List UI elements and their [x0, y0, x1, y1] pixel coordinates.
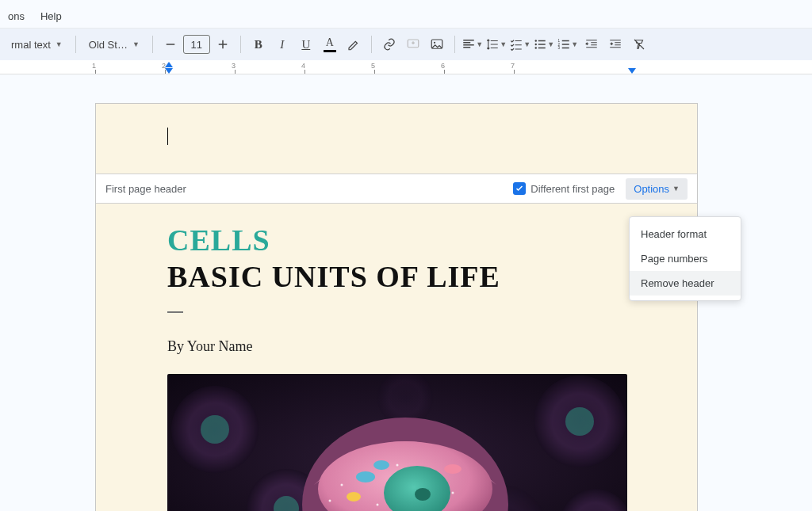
svg-point-35 [329, 500, 331, 502]
cell-illustration [167, 374, 627, 511]
svg-point-23 [415, 488, 431, 501]
decrease-font-button[interactable] [159, 33, 182, 55]
document-content[interactable]: CELLS BASIC UNITS OF LIFE By Your Name [96, 204, 697, 511]
svg-text:3: 3 [558, 46, 561, 50]
indent-increase-icon [608, 37, 622, 51]
menu-item-remove-header[interactable]: Remove header [630, 271, 741, 296]
svg-point-4 [535, 44, 537, 45]
ruler-mark: 3 [232, 62, 236, 70]
clear-formatting-button[interactable] [628, 33, 650, 55]
chevron-down-icon: ▼ [547, 40, 554, 48]
numbered-list-icon: 123 [557, 37, 571, 51]
different-first-page-checkbox[interactable] [513, 182, 526, 195]
highlighter-icon [347, 37, 361, 51]
svg-point-28 [341, 484, 343, 486]
check-icon [515, 184, 524, 193]
bold-button[interactable]: B [247, 33, 270, 55]
ruler-mark: 1 [92, 62, 96, 70]
svg-point-24 [356, 471, 375, 482]
chevron-down-icon: ▼ [571, 40, 578, 48]
increase-font-button[interactable] [212, 33, 234, 55]
title-subtitle[interactable]: BASIC UNITS OF LIFE [167, 259, 626, 294]
menu-item-header-format[interactable]: Header format [630, 222, 741, 246]
text-cursor [167, 128, 168, 145]
divider-short [167, 311, 183, 313]
chevron-down-icon: ▼ [56, 40, 63, 48]
bulleted-list-icon [533, 37, 547, 51]
title-main[interactable]: CELLS [167, 223, 626, 257]
ruler-mark: 6 [441, 62, 445, 70]
bulleted-list-button[interactable]: ▼ [533, 33, 555, 55]
editor-canvas[interactable]: First page header Different first page O… [0, 76, 812, 511]
font-size-input[interactable]: 11 [183, 35, 210, 54]
chevron-down-icon: ▼ [132, 40, 140, 48]
line-spacing-icon [485, 37, 500, 51]
indent-decrease-icon [584, 37, 599, 51]
ruler-mark: 7 [511, 62, 515, 70]
align-left-icon [462, 37, 476, 51]
toolbar: rmal text ▼ Old St… ▼ 11 B I U A ▼ ▼ [0, 29, 812, 60]
right-indent-marker[interactable] [628, 68, 636, 74]
svg-point-32 [452, 492, 454, 494]
link-icon [382, 37, 396, 51]
increase-indent-button[interactable] [604, 33, 626, 55]
svg-point-27 [444, 464, 462, 474]
horizontal-ruler[interactable]: 1 2 3 4 5 6 7 [0, 60, 812, 74]
svg-point-26 [347, 492, 361, 501]
underline-button[interactable]: U [295, 33, 317, 55]
header-label: First page header [105, 183, 186, 195]
chevron-down-icon: ▼ [476, 40, 483, 48]
insert-comment-button[interactable] [402, 33, 424, 55]
line-spacing-button[interactable]: ▼ [485, 33, 508, 55]
paragraph-style-select[interactable]: rmal text ▼ [5, 33, 69, 55]
clear-formatting-icon [632, 37, 646, 51]
font-family-select[interactable]: Old St… ▼ [82, 33, 146, 55]
chevron-down-icon: ▼ [500, 40, 507, 48]
svg-point-25 [373, 460, 389, 470]
chevron-down-icon: ▼ [523, 40, 530, 48]
separator [371, 36, 372, 53]
options-label: Options [634, 183, 669, 195]
chevron-down-icon: ▼ [672, 185, 680, 193]
insert-image-button[interactable] [426, 33, 448, 55]
decrease-indent-button[interactable] [580, 33, 603, 55]
svg-point-2 [434, 42, 435, 44]
different-first-page-label: Different first page [530, 183, 615, 195]
ruler-mark: 2 [162, 62, 166, 70]
svg-point-5 [535, 47, 537, 48]
separator [152, 36, 153, 53]
font-family-label: Old St… [89, 39, 128, 51]
align-button[interactable]: ▼ [462, 33, 484, 55]
svg-point-30 [396, 464, 399, 467]
separator [454, 36, 455, 53]
header-options-menu: Header format Page numbers Remove header [629, 216, 741, 301]
menu-bar: ons Help [0, 5, 812, 29]
checklist-button[interactable]: ▼ [509, 33, 531, 55]
italic-button[interactable]: I [271, 33, 293, 55]
svg-point-11 [201, 415, 229, 444]
menu-item-help[interactable]: Help [33, 6, 70, 27]
ruler-mark: 4 [301, 62, 305, 70]
header-options-bar: First page header Different first page O… [96, 174, 697, 204]
image-icon [430, 37, 444, 51]
svg-point-29 [377, 504, 379, 506]
insert-link-button[interactable] [378, 33, 400, 55]
plus-icon [216, 37, 230, 51]
header-options-button[interactable]: Options ▼ [626, 178, 688, 200]
ruler-mark: 5 [371, 62, 375, 70]
byline-text[interactable]: By Your Name [167, 338, 626, 355]
separator [75, 36, 76, 53]
highlight-color-button[interactable] [343, 33, 365, 55]
checklist-icon [509, 37, 523, 51]
document-page[interactable]: First page header Different first page O… [95, 103, 698, 511]
numbered-list-button[interactable]: 123 ▼ [557, 33, 579, 55]
paragraph-style-label: rmal text [11, 39, 51, 51]
menu-item-extensions-partial[interactable]: ons [0, 6, 33, 27]
text-color-button[interactable]: A [319, 33, 341, 55]
comment-plus-icon [406, 37, 420, 51]
minus-icon [163, 37, 178, 51]
hero-image[interactable] [167, 374, 627, 511]
svg-point-15 [565, 407, 594, 436]
menu-item-page-numbers[interactable]: Page numbers [630, 246, 741, 271]
separator [240, 36, 241, 53]
